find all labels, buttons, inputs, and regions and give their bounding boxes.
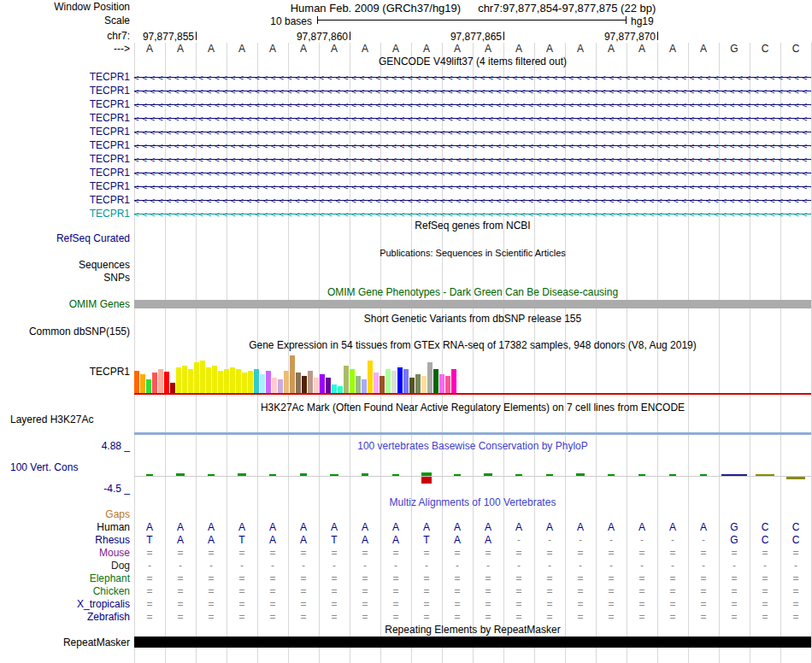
repeatmasker-bar[interactable] (134, 637, 811, 648)
gene-line (134, 77, 811, 78)
multiz-base: = (473, 573, 503, 584)
multiz-species-label[interactable]: Human (0, 522, 130, 533)
multiz-base: - (657, 560, 688, 572)
multiz-species-label[interactable]: Rhesus (0, 535, 130, 546)
gencode-gene-label[interactable]: TECPR1 (0, 113, 130, 124)
gtex-chart[interactable] (134, 355, 811, 393)
snps-label[interactable]: SNPs (0, 273, 130, 284)
gtex-bar (368, 361, 373, 393)
multiz-base: = (196, 612, 227, 623)
gtex-gene-label[interactable]: TECPR1 (0, 367, 130, 378)
gencode-gene-label[interactable]: TECPR1 (0, 195, 130, 206)
multiz-base: = (565, 573, 596, 584)
multiz-base: = (534, 573, 565, 584)
base-letter: A (473, 44, 503, 55)
gencode-gene-label[interactable]: TECPR1 (0, 208, 130, 220)
strand-arrows: <<<<<<<<<<<<<<<<<<<<<<<<<<<<<<<<<<<<<<<<… (134, 127, 811, 138)
gtex-bar (194, 362, 199, 393)
sequences-label[interactable]: Sequences (0, 260, 130, 271)
multiz-base: = (134, 612, 165, 623)
multiz-species-label[interactable]: Zebrafish (0, 612, 130, 623)
gtex-bar (439, 374, 444, 393)
multiz-base: = (288, 573, 319, 584)
multiz-base: = (380, 586, 411, 597)
gtex-bar (146, 379, 151, 393)
gencode-gene-label[interactable]: TECPR1 (0, 154, 130, 165)
multiz-base: = (350, 586, 380, 597)
multiz-base: = (257, 612, 288, 623)
multiz-base: - (534, 535, 565, 546)
gencode-gene-label[interactable]: TECPR1 (0, 72, 130, 83)
phylop-mark (454, 474, 461, 476)
gencode-gene-label[interactable]: TECPR1 (0, 99, 130, 110)
multiz-base: T (319, 535, 350, 546)
multiz-species-label[interactable]: Chicken (0, 586, 130, 597)
multiz-species-label[interactable]: Dog (0, 560, 130, 572)
multiz-base: A (503, 522, 534, 533)
gene-line (134, 186, 811, 187)
base-letter: A (319, 44, 350, 55)
gencode-gene-line[interactable]: <<<<<<<<<<<<<<<<<<<<<<<<<<<<<<<<<<<<<<<<… (134, 196, 811, 206)
phylop-mark (669, 474, 676, 476)
multiz-base: - (503, 560, 534, 572)
gencode-gene-line[interactable]: <<<<<<<<<<<<<<<<<<<<<<<<<<<<<<<<<<<<<<<<… (134, 155, 811, 165)
multiz-base: A (196, 535, 227, 546)
gtex-bar (433, 369, 438, 393)
scale-label: Scale (0, 15, 130, 26)
gtex-bar (314, 378, 319, 393)
refseq-curated-label[interactable]: RefSeq Curated (0, 233, 130, 244)
gtex-bar (218, 371, 223, 393)
gencode-gene-line[interactable]: <<<<<<<<<<<<<<<<<<<<<<<<<<<<<<<<<<<<<<<<… (134, 141, 811, 151)
multiz-base: - (227, 560, 257, 572)
base-letter: A (411, 44, 442, 55)
gencode-gene-line[interactable]: <<<<<<<<<<<<<<<<<<<<<<<<<<<<<<<<<<<<<<<<… (134, 209, 811, 220)
multiz-base: A (257, 522, 288, 533)
omim-genes-bar[interactable] (134, 300, 811, 308)
gaps-label[interactable]: Gaps (0, 509, 130, 520)
multiz-base: A (134, 522, 165, 533)
gencode-gene-label[interactable]: TECPR1 (0, 167, 130, 179)
base-letter: G (719, 44, 750, 55)
gencode-gene-label[interactable]: TECPR1 (0, 85, 130, 97)
multiz-base: = (780, 612, 811, 623)
gtex-bar (212, 366, 217, 393)
omim-genes-label[interactable]: OMIM Genes (0, 299, 130, 310)
phylop-label[interactable]: 100 Vert. Cons (10, 462, 78, 473)
gencode-gene-label[interactable]: TECPR1 (0, 126, 130, 138)
gencode-gene-line[interactable]: <<<<<<<<<<<<<<<<<<<<<<<<<<<<<<<<<<<<<<<<… (134, 100, 811, 110)
multiz-base: = (288, 599, 319, 610)
multiz-base: = (627, 612, 657, 623)
multiz-species-label[interactable]: X_tropicalis (0, 599, 130, 610)
gencode-gene-line[interactable]: <<<<<<<<<<<<<<<<<<<<<<<<<<<<<<<<<<<<<<<<… (134, 182, 811, 192)
gencode-gene-line[interactable]: <<<<<<<<<<<<<<<<<<<<<<<<<<<<<<<<<<<<<<<<… (134, 86, 811, 97)
multiz-base: - (627, 560, 657, 572)
multiz-base: = (534, 548, 565, 559)
multiz-species-label[interactable]: Mouse (0, 548, 130, 559)
dbsnp-label[interactable]: Common dbSNP(155) (0, 326, 130, 337)
gtex-bar (158, 369, 163, 393)
gencode-gene-label[interactable]: TECPR1 (0, 181, 130, 192)
base-letter: A (534, 44, 565, 55)
multiz-base: = (534, 599, 565, 610)
gencode-gene-label[interactable]: TECPR1 (0, 140, 130, 151)
multiz-base: = (196, 573, 227, 584)
multiz-species-label[interactable]: Elephant (0, 573, 130, 584)
gencode-gene-line[interactable]: <<<<<<<<<<<<<<<<<<<<<<<<<<<<<<<<<<<<<<<<… (134, 114, 811, 124)
multiz-base: - (196, 560, 227, 572)
multiz-base: = (688, 573, 719, 584)
gtex-bar (356, 376, 361, 393)
gencode-gene-line[interactable]: <<<<<<<<<<<<<<<<<<<<<<<<<<<<<<<<<<<<<<<<… (134, 127, 811, 138)
multiz-base: = (750, 586, 780, 597)
h3k27ac-signal[interactable] (134, 432, 811, 435)
gencode-gene-line[interactable]: <<<<<<<<<<<<<<<<<<<<<<<<<<<<<<<<<<<<<<<<… (134, 73, 811, 83)
base-letter: A (288, 44, 319, 55)
gtex-bar (188, 369, 193, 393)
gtex-bar (374, 373, 379, 393)
gencode-gene-line[interactable]: <<<<<<<<<<<<<<<<<<<<<<<<<<<<<<<<<<<<<<<<… (134, 168, 811, 179)
coordinate-tick (657, 32, 658, 40)
assembly-title: Human Feb. 2009 (GRCh37/hg19) (291, 2, 461, 15)
coordinate-label: 97,877,865 (450, 31, 502, 43)
repeatmasker-label[interactable]: RepeatMasker (0, 637, 130, 648)
h3k27ac-label[interactable]: Layered H3K27Ac (10, 414, 93, 425)
multiz-base: = (227, 599, 257, 610)
